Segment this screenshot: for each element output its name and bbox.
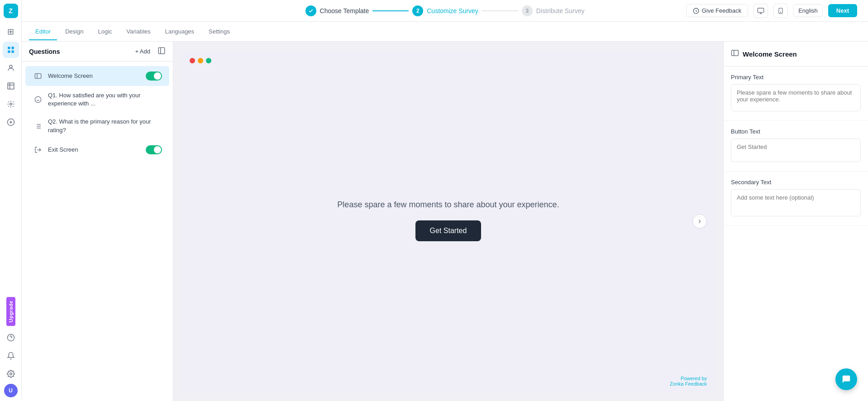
powered-by: Powered by Zonka Feedback	[182, 370, 714, 392]
dot-red	[190, 58, 195, 63]
svg-rect-25	[732, 50, 739, 56]
collapse-panel-button[interactable]	[157, 47, 166, 57]
nav-icon-notifications[interactable]	[3, 348, 19, 364]
nav-icon-data[interactable]	[3, 78, 19, 94]
right-panel-header: Welcome Screen	[724, 42, 868, 67]
welcome-screen-icon	[33, 71, 43, 81]
tab-bar: Editor Design Logic Variables Languages …	[22, 22, 868, 42]
svg-point-15	[35, 97, 41, 103]
secondary-text-section: Secondary Text	[724, 172, 868, 226]
tab-languages[interactable]: Languages	[159, 24, 200, 40]
svg-rect-0	[8, 47, 10, 49]
give-feedback-label: Give Feedback	[702, 7, 741, 14]
tab-design[interactable]: Design	[59, 24, 90, 40]
secondary-text-input[interactable]	[731, 189, 861, 216]
welcome-screen-label: Welcome Screen	[48, 72, 141, 80]
wizard-step-3[interactable]: 3 Distribute Survey	[522, 5, 585, 16]
preview-next-arrow[interactable]	[692, 214, 707, 229]
step-1-number	[305, 5, 316, 16]
step-2-number: 2	[412, 5, 423, 16]
left-navigation: Z ⊞ Upgrade U	[0, 0, 22, 401]
right-panel-icon	[731, 49, 739, 59]
q2-icon	[33, 121, 43, 132]
svg-point-8	[10, 373, 12, 375]
user-avatar[interactable]: U	[4, 384, 18, 397]
tab-logic[interactable]: Logic	[91, 24, 118, 40]
q1-text: Q1. How satisfied are you with your expe…	[48, 91, 162, 108]
step-line-2	[482, 10, 518, 11]
chat-icon[interactable]	[835, 368, 857, 390]
button-text-section: Button Text	[724, 121, 868, 172]
exit-screen-icon	[33, 144, 43, 155]
nav-icon-integrations[interactable]	[3, 96, 19, 112]
tab-settings[interactable]: Settings	[202, 24, 236, 40]
svg-point-5	[10, 103, 12, 105]
survey-preview: Please spare a few moments to share abou…	[182, 51, 714, 392]
tab-editor[interactable]: Editor	[29, 24, 57, 40]
panel-header: Questions + Add	[22, 42, 173, 62]
powered-by-text: Powered by	[681, 376, 707, 381]
powered-by-brand: Zonka Feedback	[670, 381, 707, 387]
questions-panel: Questions + Add Welcome Screen	[22, 42, 173, 401]
exit-screen-toggle[interactable]	[146, 145, 162, 154]
button-text-label: Button Text	[731, 128, 861, 135]
content-area: Questions + Add Welcome Screen	[22, 42, 868, 401]
nav-icon-home[interactable]: ⊞	[3, 24, 19, 40]
wizard-step-2[interactable]: 2 Customize Survey	[412, 5, 478, 16]
preview-content: Please spare a few moments to share abou…	[182, 71, 714, 370]
nav-icon-help[interactable]	[3, 329, 19, 346]
upgrade-button[interactable]: Upgrade	[6, 297, 15, 326]
header-right: Give Feedback English Next	[686, 4, 857, 18]
right-panel-title: Welcome Screen	[743, 50, 797, 58]
svg-rect-2	[8, 51, 10, 53]
svg-rect-3	[11, 51, 14, 53]
give-feedback-button[interactable]: Give Feedback	[686, 4, 748, 17]
svg-point-12	[781, 12, 781, 12]
wizard-steps: Choose Template 2 Customize Survey 3 Dis…	[305, 5, 585, 16]
q2-text: Q2. What is the primary reason for your …	[48, 118, 162, 134]
question-item-welcome[interactable]: Welcome Screen	[25, 66, 169, 86]
step-3-label: Distribute Survey	[536, 7, 585, 14]
question-item-q1[interactable]: Q1. How satisfied are you with your expe…	[25, 87, 169, 112]
preview-desktop-button[interactable]	[754, 4, 768, 18]
wizard-step-1[interactable]: Choose Template	[305, 5, 369, 16]
top-header: Choose Template 2 Customize Survey 3 Dis…	[22, 0, 868, 22]
step-1-label: Choose Template	[320, 7, 369, 14]
preview-main-text: Please spare a few moments to share abou…	[337, 200, 559, 210]
step-3-number: 3	[522, 5, 533, 16]
nav-icon-add[interactable]	[3, 114, 19, 130]
language-selector[interactable]: English	[793, 4, 823, 17]
question-list: Welcome Screen Q1. How satisfied are you…	[22, 62, 173, 401]
preview-container: Please spare a few moments to share abou…	[173, 42, 723, 401]
svg-point-4	[10, 65, 12, 68]
add-question-button[interactable]: + Add	[131, 46, 154, 57]
svg-rect-13	[158, 48, 165, 54]
preview-mobile-button[interactable]	[773, 4, 788, 18]
question-item-q2[interactable]: Q2. What is the primary reason for your …	[25, 113, 169, 138]
nav-icon-settings[interactable]	[3, 366, 19, 382]
nav-icon-contacts[interactable]	[3, 60, 19, 76]
primary-text-input[interactable]	[731, 84, 861, 111]
button-text-input[interactable]	[731, 138, 861, 162]
preview-window-dots	[182, 51, 714, 71]
step-2-label: Customize Survey	[427, 7, 478, 14]
dot-yellow	[198, 58, 203, 63]
svg-rect-14	[35, 74, 41, 79]
preview-area: Please spare a few moments to share abou…	[173, 42, 723, 401]
tab-variables[interactable]: Variables	[120, 24, 157, 40]
step-line-1	[372, 10, 409, 11]
svg-rect-10	[758, 8, 764, 12]
get-started-button[interactable]: Get Started	[415, 220, 482, 241]
primary-text-label: Primary Text	[731, 74, 861, 81]
right-panel: Welcome Screen Primary Text Button Text …	[723, 42, 868, 401]
svg-rect-1	[11, 47, 14, 49]
app-logo[interactable]: Z	[4, 4, 18, 18]
welcome-screen-toggle[interactable]	[146, 72, 162, 81]
q1-icon	[33, 94, 43, 105]
next-button[interactable]: Next	[828, 4, 857, 17]
dot-green	[206, 58, 211, 63]
panel-title: Questions	[29, 48, 60, 55]
question-item-exit[interactable]: Exit Screen	[25, 140, 169, 160]
exit-screen-label: Exit Screen	[48, 146, 141, 154]
nav-icon-surveys[interactable]	[3, 42, 19, 58]
